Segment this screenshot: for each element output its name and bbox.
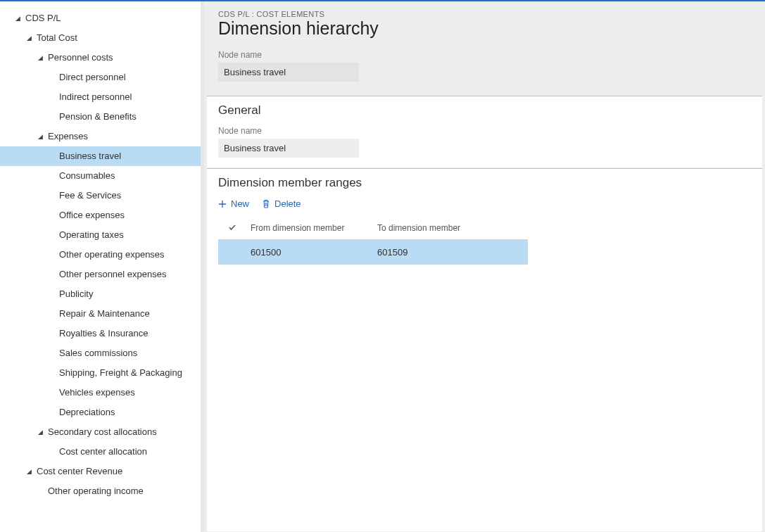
ranges-panel: Dimension member ranges New Delete bbox=[207, 168, 762, 531]
tree-node-operating-taxes[interactable]: Operating taxes bbox=[0, 225, 201, 245]
tree-node-vehicles-expenses[interactable]: Vehicles expenses bbox=[0, 383, 201, 403]
tree-label: Consumables bbox=[59, 166, 115, 186]
tree-node-direct-personnel[interactable]: Direct personnel bbox=[0, 68, 201, 87]
tree-node-personnel-costs[interactable]: ◢ Personnel costs bbox=[0, 48, 201, 68]
tree-label: Cost center allocation bbox=[59, 442, 147, 462]
tree-label: Secondary cost allocations bbox=[48, 422, 157, 442]
to-dimension-cell[interactable]: 601509 bbox=[373, 247, 528, 258]
tree-node-cost-center-revenue[interactable]: ◢ Cost center Revenue bbox=[0, 462, 201, 481]
breadcrumb: CDS P/L : COST ELEMENTS bbox=[218, 10, 751, 18]
tree-node-pension-benefits[interactable]: Pension & Benefits bbox=[0, 107, 201, 127]
tree-node-total-cost[interactable]: ◢ Total Cost bbox=[0, 28, 201, 48]
caret-down-icon: ◢ bbox=[24, 462, 34, 481]
hierarchy-tree: ◢ CDS P/L ◢ Total Cost ◢ Personnel costs… bbox=[0, 1, 204, 532]
tree-node-cost-center-allocation[interactable]: Cost center allocation bbox=[0, 442, 201, 462]
main-content: CDS P/L : COST ELEMENTS Dimension hierar… bbox=[204, 1, 765, 532]
row-check-cell[interactable] bbox=[218, 247, 246, 258]
tree-node-secondary-cost-allocations[interactable]: ◢ Secondary cost allocations bbox=[0, 422, 201, 442]
tree-node-office-expenses[interactable]: Office expenses bbox=[0, 205, 201, 225]
tree-node-publicity[interactable]: Publicity bbox=[0, 284, 201, 304]
tree-label: Vehicles expenses bbox=[59, 383, 135, 403]
tree-label: Fee & Services bbox=[59, 186, 121, 205]
tree-node-business-travel[interactable]: Business travel bbox=[0, 146, 201, 166]
tree-node-repair-maintenance[interactable]: Repair & Maintenance bbox=[0, 304, 201, 324]
tree-label: Shipping, Freight & Packaging bbox=[59, 363, 182, 383]
tree-node-depreciations[interactable]: Depreciations bbox=[0, 403, 201, 422]
page-title: Dimension hierarchy bbox=[218, 18, 751, 39]
tree-label: Expenses bbox=[48, 127, 88, 146]
general-panel: General Node name bbox=[207, 96, 762, 167]
table-row[interactable]: 601500 601509 bbox=[218, 240, 528, 265]
tree-label: Other operating income bbox=[48, 481, 144, 501]
new-button-label: New bbox=[231, 198, 249, 209]
tree-label: Repair & Maintenance bbox=[59, 304, 150, 324]
header-node-name-field: Node name bbox=[218, 50, 751, 82]
caret-down-icon: ◢ bbox=[35, 48, 45, 68]
delete-button[interactable]: Delete bbox=[262, 198, 301, 209]
tree-label: Direct personnel bbox=[59, 68, 126, 87]
tree-node-shipping-freight[interactable]: Shipping, Freight & Packaging bbox=[0, 363, 201, 383]
node-name-label: Node name bbox=[218, 50, 751, 60]
tree-label: Business travel bbox=[59, 146, 121, 166]
from-column-header[interactable]: From dimension member bbox=[246, 223, 373, 234]
caret-down-icon: ◢ bbox=[13, 8, 23, 28]
check-column-header[interactable] bbox=[218, 223, 246, 234]
delete-button-label: Delete bbox=[274, 198, 301, 209]
tree-node-other-operating-income[interactable]: Other operating income bbox=[0, 481, 201, 501]
general-panel-title: General bbox=[218, 103, 751, 118]
tree-label: Other operating expenses bbox=[59, 245, 165, 265]
page-header: CDS P/L : COST ELEMENTS Dimension hierar… bbox=[204, 1, 765, 96]
ranges-panel-title: Dimension member ranges bbox=[218, 176, 751, 190]
tree-label: Total Cost bbox=[37, 28, 77, 48]
tree-label: Operating taxes bbox=[59, 225, 124, 245]
tree-node-cds-pl[interactable]: ◢ CDS P/L bbox=[0, 8, 201, 28]
tree-label: Cost center Revenue bbox=[37, 462, 122, 481]
ranges-grid: From dimension member To dimension membe… bbox=[218, 217, 528, 265]
node-name-label: Node name bbox=[218, 126, 751, 136]
to-column-header[interactable]: To dimension member bbox=[373, 223, 528, 234]
trash-icon bbox=[262, 199, 270, 208]
tree-label: Indirect personnel bbox=[59, 87, 132, 107]
tree-node-royalties-insurance[interactable]: Royalties & Insurance bbox=[0, 324, 201, 343]
node-name-input[interactable] bbox=[218, 63, 359, 82]
caret-down-icon: ◢ bbox=[24, 28, 34, 48]
tree-node-consumables[interactable]: Consumables bbox=[0, 166, 201, 186]
tree-label: Pension & Benefits bbox=[59, 107, 137, 127]
tree-node-other-personnel-expenses[interactable]: Other personnel expenses bbox=[0, 265, 201, 284]
new-button[interactable]: New bbox=[218, 198, 249, 209]
tree-node-fee-services[interactable]: Fee & Services bbox=[0, 186, 201, 205]
tree-label: Office expenses bbox=[59, 205, 125, 225]
caret-down-icon: ◢ bbox=[35, 422, 45, 442]
general-node-name-input[interactable] bbox=[218, 139, 359, 158]
checkmark-icon bbox=[228, 223, 236, 234]
grid-header: From dimension member To dimension membe… bbox=[218, 217, 528, 240]
ranges-toolbar: New Delete bbox=[218, 198, 751, 209]
tree-label: Sales commissions bbox=[59, 343, 137, 363]
plus-icon bbox=[218, 200, 227, 208]
tree-label: Depreciations bbox=[59, 403, 115, 422]
tree-node-indirect-personnel[interactable]: Indirect personnel bbox=[0, 87, 201, 107]
tree-node-sales-commissions[interactable]: Sales commissions bbox=[0, 343, 201, 363]
tree-label: Personnel costs bbox=[48, 48, 113, 68]
tree-node-expenses[interactable]: ◢ Expenses bbox=[0, 127, 201, 146]
tree-label: Other personnel expenses bbox=[59, 265, 166, 284]
caret-down-icon: ◢ bbox=[35, 127, 45, 146]
tree-label: Publicity bbox=[59, 284, 93, 304]
general-node-name-field: Node name bbox=[218, 126, 751, 158]
tree-label: Royalties & Insurance bbox=[59, 324, 148, 343]
tree-node-other-operating-expenses[interactable]: Other operating expenses bbox=[0, 245, 201, 265]
tree-label: CDS P/L bbox=[25, 8, 61, 28]
from-dimension-cell[interactable]: 601500 bbox=[246, 247, 373, 258]
